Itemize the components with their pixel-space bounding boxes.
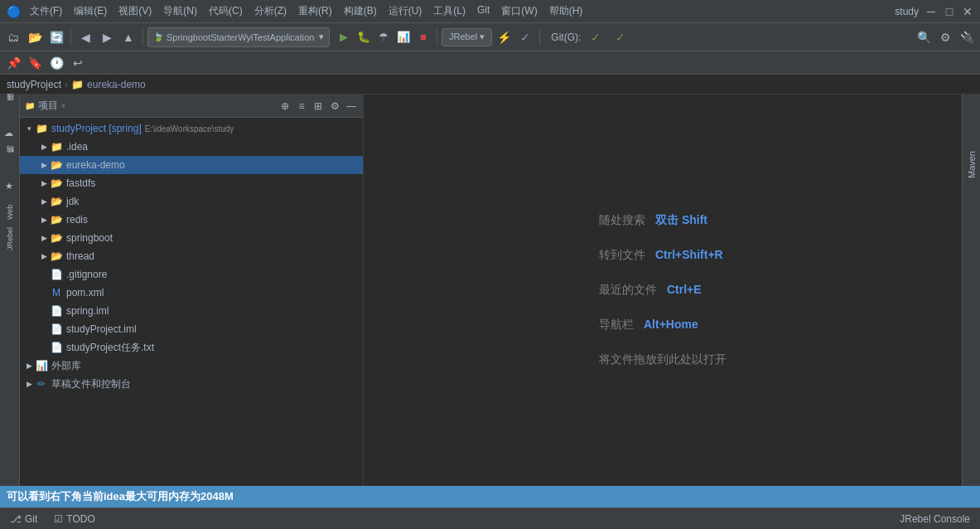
menu-git[interactable]: Git [472,2,495,20]
menu-window[interactable]: 窗口(W) [496,2,542,20]
jrebel-console-tab[interactable]: JRebel Console [896,512,973,527]
tree-root[interactable]: ▾ 📁 studyProject [spring] E:\ideaWorkspa… [20,119,363,138]
menu-edit[interactable]: 编辑(E) [69,2,112,20]
settings-icon[interactable]: ⚙ [935,27,955,47]
springboot-label: springboot [66,232,113,244]
close-button[interactable]: ✕ [962,6,973,17]
search-everywhere-icon[interactable]: 🔍 [914,27,934,47]
list-item[interactable]: 📄 studyProject任务.txt [20,338,363,357]
app-title: study [895,6,919,17]
list-item[interactable]: M pom.xml [20,284,363,302]
new-project-icon[interactable]: 🗂 [3,27,23,47]
git-commit-icon[interactable]: ✓ [586,27,606,47]
menu-code[interactable]: 代码(C) [204,2,248,20]
open-icon[interactable]: 📂 [25,27,45,47]
menu-help[interactable]: 帮助(H) [544,2,588,20]
root-label: studyProject [spring] [51,123,142,134]
git-tab-icon: ⎇ [10,513,22,525]
jdk-folder-icon: 📂 [50,195,63,208]
jdk-label: jdk [66,196,79,207]
project-icon[interactable]: 项目 [2,98,18,114]
git-push-icon[interactable]: ✓ [611,27,630,47]
back-icon[interactable]: ◀ [75,27,95,47]
plugins-icon[interactable]: 🔌 [957,27,977,47]
todo-tab-icon: ☑ [54,513,63,525]
list-item[interactable]: ▶ 📊 外部库 [20,357,363,375]
list-item[interactable]: ▶ 📂 redis [20,211,363,229]
menu-build[interactable]: 构建(B) [339,2,382,20]
sync-icon[interactable]: 🔄 [46,27,66,47]
txt-icon: 📄 [50,341,63,354]
tree-body: ▾ 📁 studyProject [spring] E:\ideaWorkspa… [20,118,363,486]
stop-button[interactable]: ■ [414,28,432,46]
list-item[interactable]: ▶ 📁 .idea [20,138,363,156]
tree-close-icon[interactable]: — [345,99,358,113]
hint-file-shortcut: Ctrl+Shift+R [655,248,723,261]
history-icon[interactable]: 🕐 [46,53,66,73]
bookmark-side-icon[interactable]: ★ [2,177,18,194]
separator-4 [539,29,540,46]
list-item[interactable]: ▶ 📂 thread [20,247,363,265]
pin-icon[interactable]: 📌 [3,53,23,73]
eureka-arrow: ▶ [38,159,50,171]
spring-iml-icon: 📄 [50,304,63,318]
idea-label: .idea [66,141,88,153]
scratch-label: 草稿文件和控制台 [51,377,131,391]
git-tab[interactable]: ⎇ Git [7,512,41,527]
hint-recent-shortcut: Ctrl+E [667,283,702,296]
menu-view[interactable]: 视图(V) [113,2,157,20]
libs-arrow: ▶ [23,360,35,371]
undo-icon[interactable]: ↩ [68,53,88,73]
structure-icon[interactable]: 结构 [2,151,18,167]
breadcrumb-separator: › [65,79,68,90]
app-logo: 🔵 [7,5,20,18]
profile-button[interactable]: 📊 [394,28,413,46]
run-button[interactable]: ▶ [335,28,353,46]
menu-analyze[interactable]: 分析(Z) [249,2,292,20]
coverage-button[interactable]: ☂ [374,28,393,46]
web-icon[interactable]: Web [2,204,18,221]
list-item[interactable]: ▶ 📂 springboot [20,229,363,247]
menu-navigate[interactable]: 导航(N) [158,2,202,20]
libs-icon: 📊 [35,359,48,372]
commit-icon[interactable]: ☁ [2,124,18,141]
tree-collapse-icon[interactable]: ≡ [295,99,308,113]
tree-scope-icon[interactable]: ⊕ [278,99,292,113]
forward-icon[interactable]: ▶ [97,27,117,47]
bookmark-icon[interactable]: 🔖 [25,53,45,73]
tree-expand-icon[interactable]: ⊞ [311,99,325,113]
minimize-button[interactable]: ─ [925,6,937,17]
tree-settings-icon[interactable]: ⚙ [328,99,341,113]
jrebel-dropdown[interactable]: JRebel ▾ [442,28,492,46]
breadcrumb-project[interactable]: studyProject [7,79,61,90]
breadcrumb-module[interactable]: eureka-demo [87,79,146,90]
bottom-toolbar: ⎇ Git ☑ TODO JRebel Console [0,507,980,529]
list-item[interactable]: 📄 .gitignore [20,265,363,284]
tree-dropdown-arrow[interactable]: ▾ [61,101,65,110]
git-tab-label: Git [25,513,37,525]
notification-bar: 可以看到右下角当前idea最大可用内存为2048M [0,486,980,507]
list-item[interactable]: ▶ 📂 eureka-demo [20,156,363,174]
todo-tab[interactable]: ☑ TODO [51,512,98,527]
hint-search-text: 随处搜索 [599,213,645,228]
list-item[interactable]: 📄 studyProject.iml [20,320,363,338]
menu-file[interactable]: 文件(F) [25,2,67,20]
maximize-button[interactable]: □ [944,6,955,17]
list-item[interactable]: ▶ 📂 fastdfs [20,174,363,192]
maven-tab[interactable]: Maven [963,144,980,185]
jrebel-side-icon[interactable]: JRebel [2,231,18,247]
pom-label: pom.xml [66,287,104,298]
list-item[interactable]: ▶ 📂 jdk [20,192,363,211]
menu-refactor[interactable]: 重构(R) [293,2,337,20]
list-item[interactable]: 📄 spring.iml [20,302,363,320]
run-config-dropdown[interactable]: 🍃 SpringbootStarterWylTestApplication ▾ [147,27,330,47]
menu-tools[interactable]: 工具(L) [428,2,471,20]
up-icon[interactable]: ▲ [118,27,138,47]
hint-row-file: 转到文件 Ctrl+Shift+R [599,248,727,263]
list-item[interactable]: ▶ ✏ 草稿文件和控制台 [20,375,363,393]
separator-2 [142,29,143,46]
jrebel-icon[interactable]: ⚡ [494,27,514,47]
jrebel-check[interactable]: ✓ [515,27,535,47]
debug-button[interactable]: 🐛 [355,28,373,46]
menu-run[interactable]: 运行(U) [384,2,427,20]
